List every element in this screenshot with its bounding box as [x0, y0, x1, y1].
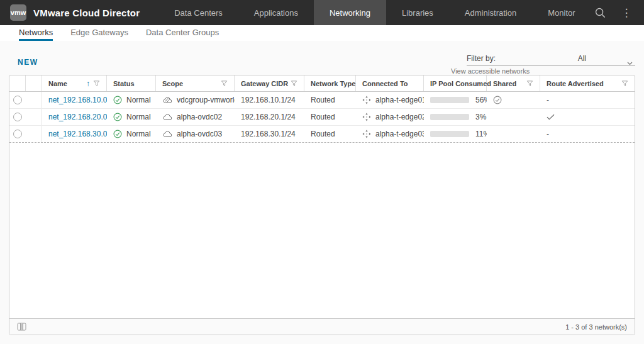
scope-text: alpha-ovdc03 — [177, 130, 222, 138]
column-ip-pool-consumed-label: IP Pool Consumed — [430, 80, 491, 87]
ip-pool-progress-bar — [430, 97, 469, 103]
cell-name: net_192.168.10.0 — [42, 92, 107, 108]
network-name-link[interactable]: net_192.168.10.0 — [48, 96, 107, 104]
header-spacer-column — [26, 75, 42, 91]
scope-cloud-icon — [162, 113, 172, 121]
column-scope-label: Scope — [162, 80, 183, 87]
table-header: Name ↑ Status Scope Gateway CIDR — [9, 75, 635, 92]
sort-ascending-icon: ↑ — [86, 79, 90, 88]
filter-funnel-icon[interactable] — [221, 80, 228, 87]
ip-pool-percent: 3% — [475, 113, 486, 121]
connected-to-text: alpha-t-edge02 — [375, 113, 424, 121]
cell-connected-to: alpha-t-edge02 — [356, 109, 424, 125]
column-shared[interactable]: Shared — [487, 75, 540, 91]
cell-ip-pool: 11% — [424, 126, 487, 142]
cell-name: net_192.168.30.0 — [42, 126, 107, 142]
table-body: net_192.168.10.0 Normal vdcgroup-vmworld… — [9, 92, 635, 143]
edge-gateway-icon — [362, 96, 371, 104]
brand: vmw VMware Cloud Director — [0, 0, 140, 25]
network-name-link[interactable]: net_192.168.20.0 — [48, 113, 107, 121]
row-spacer — [26, 126, 42, 142]
nav-monitor[interactable]: Monitor — [532, 0, 591, 25]
top-navigation: Data Centers Applications Networking Lib… — [158, 0, 591, 25]
cell-status: Normal — [107, 109, 156, 125]
column-shared-label: Shared — [493, 80, 516, 87]
column-route-advertised[interactable]: Route Advertised — [540, 75, 635, 91]
cell-network-type: Routed — [304, 92, 356, 108]
cell-status: Normal — [107, 92, 156, 108]
ip-pool-percent: 11% — [475, 130, 487, 138]
nav-administration[interactable]: Administration — [449, 0, 532, 25]
shared-check-icon — [493, 96, 502, 104]
column-status-label: Status — [113, 80, 135, 87]
status-normal-icon — [113, 130, 122, 138]
vmware-logo[interactable]: vmw — [10, 4, 26, 21]
connected-to-text: alpha-t-edge01 — [375, 96, 424, 104]
nav-libraries[interactable]: Libraries — [386, 0, 449, 25]
cell-shared — [487, 126, 540, 142]
row-radio[interactable] — [13, 113, 22, 121]
header-select-column — [9, 75, 26, 91]
column-scope[interactable]: Scope — [156, 75, 235, 91]
masthead: vmw VMware Cloud Director Data Centers A… — [0, 0, 644, 25]
route-check-icon — [547, 114, 555, 120]
cell-status: Normal — [107, 126, 156, 142]
status-text: Normal — [126, 96, 151, 104]
edge-gateway-icon — [362, 113, 371, 121]
network-name-link[interactable]: net_192.168.30.0 — [48, 130, 107, 138]
scope-text: alpha-ovdc02 — [177, 113, 222, 121]
column-network-type[interactable]: Network Type — [304, 75, 356, 91]
grid-footer: 1 - 3 of 3 network(s) — [9, 318, 635, 335]
nav-data-centers[interactable]: Data Centers — [158, 0, 238, 25]
networks-datagrid: Name ↑ Status Scope Gateway CIDR — [9, 75, 635, 335]
cell-ip-pool: 3% — [424, 109, 487, 125]
table-row[interactable]: net_192.168.10.0 Normal vdcgroup-vmworld… — [9, 92, 635, 109]
cell-name: net_192.168.20.0 — [42, 109, 107, 125]
cell-ip-pool: 56% — [424, 92, 487, 108]
status-text: Normal — [126, 113, 151, 121]
table-row[interactable]: net_192.168.30.0 Normal alpha-ovdc03 192… — [9, 126, 635, 143]
nav-networking[interactable]: Networking — [314, 0, 386, 25]
cell-network-type: Routed — [304, 126, 356, 142]
cell-gateway-cidr: 192.168.30.1/24 — [235, 126, 304, 142]
cell-connected-to: alpha-t-edge03 — [356, 126, 424, 142]
status-normal-icon — [113, 96, 122, 104]
filter-funnel-icon[interactable] — [93, 80, 100, 87]
column-name-label: Name — [48, 80, 67, 87]
table-row[interactable]: net_192.168.20.0 Normal alpha-ovdc02 192… — [9, 109, 635, 126]
filter-funnel-icon[interactable] — [621, 80, 628, 87]
column-settings-icon[interactable] — [17, 323, 26, 331]
view-accessible-networks-link[interactable]: View accessible networks — [451, 67, 530, 75]
column-connected-to[interactable]: Connected To — [356, 75, 424, 91]
chevron-down-icon — [627, 57, 633, 68]
ip-pool-percent: 56% — [475, 96, 487, 104]
filter-funnel-icon[interactable] — [291, 80, 297, 87]
filter-select[interactable]: All — [578, 54, 586, 63]
route-dash-text: - — [547, 130, 549, 138]
column-ip-pool-consumed[interactable]: IP Pool Consumed — [424, 75, 487, 91]
sub-tabs: Networks Edge Gateways Data Center Group… — [0, 25, 644, 41]
tab-networks[interactable]: Networks — [19, 25, 53, 41]
new-button[interactable]: NEW — [18, 58, 38, 67]
app-title: VMware Cloud Director — [33, 8, 140, 18]
tab-edge-gateways[interactable]: Edge Gateways — [70, 25, 128, 41]
column-name[interactable]: Name ↑ — [42, 75, 107, 91]
row-radio[interactable] — [13, 96, 22, 104]
search-icon[interactable] — [591, 4, 609, 21]
nav-applications[interactable]: Applications — [238, 0, 314, 25]
tab-data-center-groups[interactable]: Data Center Groups — [146, 25, 219, 41]
scope-text: vdcgroup-vmworld — [177, 96, 235, 104]
scope-group-icon — [162, 96, 172, 104]
filter-by-label: Filter by: — [467, 54, 496, 63]
row-radio[interactable] — [13, 130, 22, 138]
column-status[interactable]: Status — [107, 75, 156, 91]
vertical-ellipsis-icon[interactable]: ⋮ — [618, 4, 635, 21]
cell-shared — [487, 109, 540, 125]
cell-shared — [487, 92, 540, 108]
cell-network-type: Routed — [304, 109, 356, 125]
filter-funnel-icon[interactable] — [526, 80, 533, 87]
column-gateway-cidr[interactable]: Gateway CIDR — [235, 75, 304, 91]
cell-route-advertised: - — [540, 126, 635, 142]
route-dash-text: - — [547, 96, 549, 104]
status-text: Normal — [126, 130, 151, 138]
